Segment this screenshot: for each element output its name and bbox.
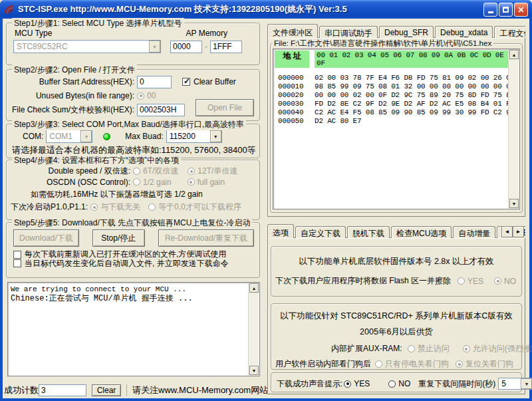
checksum-input[interactable] [137, 104, 185, 116]
tab-auto-increment[interactable]: 自动增量 [453, 226, 495, 238]
com-port-value: COM1 [47, 132, 80, 141]
ap-memory-dash: - [205, 42, 207, 51]
unused-bytes-value: 00 [147, 91, 156, 100]
auxram-enable-radio[interactable] [463, 345, 470, 352]
tab-file-buffer[interactable]: 文件缓冲区 [267, 24, 318, 38]
max-baud-select[interactable]: 115200 [166, 130, 222, 143]
interval-select[interactable]: 5 [498, 378, 532, 390]
step4-legend: Step4/步骤4: 设置本框和右下方“选项”中的各项 [12, 155, 181, 166]
redownload-button[interactable]: Re-Download/重复下载 [158, 229, 254, 247]
hex-addr: 000010 [275, 82, 309, 91]
scroll-down-icon[interactable] [509, 199, 519, 208]
options-panel: 以下功能单片机底层软件固件版本号 2.8x 以上才有效 下次下载用户应用程序时将… [267, 237, 525, 394]
hex-addr: 000000 [275, 74, 309, 82]
step1-legend: Step1/步骤1: Select MCU Type 选择单片机型号 [12, 18, 184, 29]
sound-yes-label: YES [354, 379, 370, 388]
scroll-down-icon[interactable] [249, 366, 259, 375]
tab-options[interactable]: 选项 [267, 224, 294, 238]
radio-equal-00[interactable] [148, 203, 156, 211]
baud-hint: 请选择最适合本台机器的最高波特率如:115200, 57600, 38400等 [7, 143, 259, 156]
chevron-down-icon [210, 130, 221, 142]
hex-row: 000050D2 AC 80 E7 [273, 117, 519, 126]
erase-flash-yes-radio[interactable] [458, 277, 465, 285]
step5-group: Step5/步骤5: Download/下载 先点下载按钮再MCU上电复位-冷启… [6, 222, 260, 278]
com-port-select[interactable]: COM1 [46, 130, 92, 143]
tab-scroll-left-icon[interactable] [501, 226, 513, 237]
success-count-input[interactable] [39, 384, 86, 396]
radio-12t-label: 12T/单倍速 [198, 166, 237, 177]
com-status-led [103, 133, 110, 140]
clear-count-button[interactable]: Clear [92, 384, 121, 396]
radio-half-gain-label: 1/2 gain [143, 178, 172, 187]
tab-debug-xdata[interactable]: Debug_xdata [435, 26, 493, 38]
tab-serial-assistant[interactable]: 串口调试助手 [319, 26, 378, 38]
buffer-start-input[interactable] [137, 76, 172, 88]
minimize-button[interactable] [483, 3, 497, 17]
tab-debug-sfr[interactable]: Debug_SFR [379, 26, 434, 38]
log-scrollbar[interactable] [248, 283, 259, 375]
erase-flash-no-label: NO [504, 277, 516, 286]
checksum-label: File Check Sum/文件校验和(HEX): [7, 104, 137, 116]
sound-yes-radio[interactable] [344, 380, 351, 388]
titlebar: STC-ISP.exe http://www.MCU-Memory.com 技术… [0, 0, 532, 19]
tab-scroll-right-icon[interactable] [513, 226, 524, 237]
hex-viewer[interactable]: 地 址 00 01 02 03 04 05 06 07 08 09 0A 0B … [273, 49, 520, 209]
hex-bytes: C2 AC E4 F5 08 85 09 90 85 09 99 30 99 F… [315, 108, 515, 117]
clear-buffer-checkbox[interactable] [182, 78, 190, 86]
hex-bytes: D2 AC 80 E7 [315, 117, 361, 126]
tab-check-mcu-options[interactable]: 检查MCU选项 [391, 226, 452, 238]
radio-half-gain[interactable] [133, 178, 140, 186]
tab-project-file[interactable]: 工程文件 [494, 26, 525, 38]
step2-legend: Step2/步骤2: Open File / 打开文件 [12, 65, 137, 76]
tab-custom-download[interactable]: 自定义下载 [295, 226, 346, 238]
scroll-up-icon[interactable] [509, 50, 519, 59]
chevron-down-icon [149, 41, 160, 53]
firmware-version-note: 以下功能单片机底层软件固件版本号 2.8x 以上才有效 [271, 247, 521, 267]
erase-flash-yes-label: YES [467, 277, 483, 286]
maximize-icon [503, 7, 509, 13]
hex-bytes: 00 00 00 02 00 0F D2 9C 75 89 20 75 8D F… [315, 91, 515, 100]
reload-before-download-checkbox[interactable] [13, 251, 21, 259]
erase-flash-no-radio[interactable] [494, 277, 501, 285]
maximize-button[interactable] [499, 3, 513, 17]
hex-scrollbar[interactable] [508, 50, 519, 208]
firmware-version-group: 以下功能单片机底层软件固件版本号 2.8x 以上才有效 下次下载用户应用程序时将… [271, 246, 522, 297]
log-box[interactable]: We are trying to connect to your MCU ...… [7, 282, 260, 376]
stop-button[interactable]: Stop/停止 [92, 229, 145, 247]
radio-download-unrelated[interactable] [90, 203, 98, 211]
status-divider [126, 384, 127, 396]
ap-memory-start-field[interactable] [170, 41, 202, 53]
sound-no-radio[interactable] [388, 380, 396, 388]
hex-row: 00002000 00 00 02 00 0F D2 9C 75 89 20 7… [273, 91, 519, 100]
tab-offline-download[interactable]: 脱机下载 [347, 226, 390, 238]
auxram-disable-radio[interactable] [408, 345, 415, 352]
step3-group: Step3/步骤3: Select COM Port,Max Baud/选择串行… [6, 124, 260, 158]
radio-6t-label: 6T/双倍速 [143, 166, 178, 177]
ap-memory-end-field[interactable] [210, 41, 242, 53]
hex-bytes: 98 85 99 09 75 08 01 32 00 00 00 00 00 0… [315, 82, 515, 91]
log-line: We are trying to connect to your MCU ... [8, 283, 259, 294]
auto-reload-on-change-checkbox[interactable] [13, 259, 21, 267]
download-button[interactable]: Download/下载 [13, 229, 79, 247]
close-button[interactable] [514, 3, 528, 17]
auxram-disable-label: 禁止访问 [418, 343, 450, 354]
hex-row: 000030FD D2 8E C2 9F D2 9E D2 AF D2 AC E… [273, 100, 519, 108]
mcu-type-select[interactable]: STC89C52RC [13, 40, 161, 53]
unused-bytes-radio[interactable] [137, 92, 144, 100]
radio-equal-00-label: 等于0,0才可以下载程序 [158, 201, 241, 213]
sound-prompt-label: 下载成功声音提示: [277, 378, 342, 390]
ap-memory-label: AP Memory [186, 29, 227, 38]
hex-address-header: 地 址 [275, 51, 309, 68]
watchdog-poweroff-radio[interactable] [375, 360, 382, 368]
scroll-up-icon[interactable] [249, 283, 259, 293]
watchdog-reset-radio[interactable] [456, 360, 463, 368]
radio-full-gain[interactable] [188, 178, 195, 186]
client-area: Step1/步骤1: Select MCU Type 选择单片机型号 MCU T… [3, 19, 529, 398]
hex-addr: 000030 [275, 100, 309, 108]
radio-12t[interactable] [188, 168, 195, 175]
radio-6t[interactable] [133, 168, 140, 175]
com-label: COM: [23, 132, 43, 141]
open-file-button[interactable]: Open File [196, 99, 254, 116]
window-title: STC-ISP.exe http://www.MCU-Memory.com 技术… [18, 3, 482, 15]
app-icon [4, 4, 15, 15]
